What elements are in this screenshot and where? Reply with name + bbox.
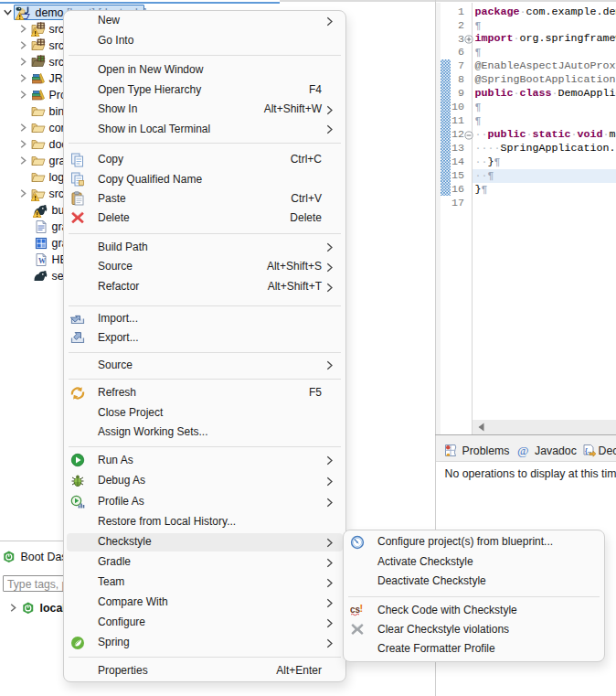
- svg-text:W: W: [38, 257, 46, 265]
- svg-text:!: !: [360, 603, 364, 614]
